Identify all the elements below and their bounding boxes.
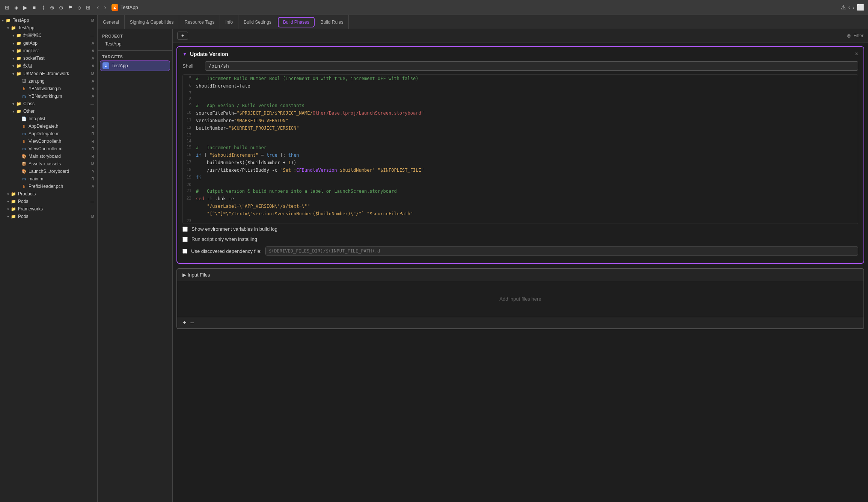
- run-icon[interactable]: ▶: [22, 4, 29, 11]
- sidebar-item-zan.png[interactable]: 🖼zan.pngA: [0, 77, 97, 85]
- search-icon[interactable]: ⊙: [58, 4, 65, 11]
- input-files-footer: + −: [177, 317, 863, 328]
- sidebar-item-class[interactable]: ▾📁Class—: [0, 100, 97, 107]
- app-title-label: TestApp: [121, 5, 138, 10]
- tree-item-label: Pods: [18, 214, 91, 219]
- sidebar-item-testapp[interactable]: ▾📁TestApp: [0, 24, 97, 32]
- tree-arrow-icon: ▾: [5, 192, 11, 196]
- dep-file-input[interactable]: [265, 246, 858, 256]
- chevron-right-icon[interactable]: ›: [853, 4, 854, 11]
- tree-file-icon: m: [21, 131, 27, 137]
- tree-item-label: 数组: [23, 63, 92, 69]
- code-line: 12buildNumber="$CURRENT_PROJECT_VERSION": [183, 124, 858, 132]
- shell-input[interactable]: [205, 61, 858, 71]
- tab-signing[interactable]: Signing & Capabilities: [125, 15, 179, 29]
- tab-resource_tags[interactable]: Resource Tags: [179, 15, 220, 29]
- panel-layout-icon[interactable]: ⬜: [857, 4, 864, 11]
- tab-build_phases[interactable]: Build Phases: [278, 17, 315, 27]
- sidebar-item-appdelegate.m[interactable]: mAppDelegate.mR: [0, 130, 97, 138]
- add-input-file-button[interactable]: +: [182, 319, 187, 326]
- tree-arrow-icon: ▾: [5, 200, 11, 204]
- sidebar-item-imgtest[interactable]: ▾📁imgTestA: [0, 47, 97, 54]
- grid-icon[interactable]: ⊞: [85, 4, 92, 11]
- tree-item-badge: A: [92, 79, 97, 83]
- nav-item-project[interactable]: TestApp: [98, 40, 172, 48]
- tree-file-icon: 📁: [16, 71, 22, 77]
- sidebar-item-数组[interactable]: ▾📁数组A: [0, 62, 97, 70]
- add-phase-button[interactable]: +: [177, 32, 188, 40]
- remove-input-file-button[interactable]: −: [190, 319, 194, 326]
- checkbox-dep[interactable]: [182, 249, 187, 254]
- tab-general[interactable]: General: [98, 15, 125, 29]
- tab-build_settings[interactable]: Build Settings: [238, 15, 277, 29]
- tab-info[interactable]: Info: [220, 15, 238, 29]
- sidebar-item-prefixheader.pch[interactable]: hPrefixHeader.pchA: [0, 183, 97, 190]
- scheme-icon[interactable]: ⟩: [40, 4, 47, 11]
- app-title-area: Z TestApp: [112, 4, 138, 11]
- line-number: 21: [183, 188, 196, 193]
- toolbar: ⊞ ◈ ▶ ■ ⟩ ⊕ ⊙ ⚑ ◇ ⊞ ‹ › Z TestApp ⚠ ‹ › …: [0, 0, 868, 15]
- tab-build_rules[interactable]: Build Rules: [315, 15, 349, 29]
- sidebar-item-ybnetworking.m[interactable]: mYBNetworking.mA: [0, 92, 97, 100]
- sidebar-item-other[interactable]: ▾📁Other: [0, 107, 97, 115]
- checkbox-script[interactable]: [182, 237, 188, 242]
- phase-close-button[interactable]: ×: [855, 51, 858, 57]
- sidebar-item-sockettest[interactable]: ▾📁socketTestA: [0, 54, 97, 62]
- stop-icon[interactable]: ■: [31, 4, 38, 11]
- input-files-header[interactable]: ▶ Input Files: [177, 269, 863, 281]
- code-line: 20: [183, 181, 858, 187]
- code-line: 15# Increment build number: [183, 144, 858, 151]
- tree-file-icon: 🎨: [21, 153, 27, 159]
- code-editor[interactable]: 5# Increment Build Number Bool (Incremen…: [182, 74, 858, 224]
- sidebar-item-products[interactable]: ▾📁Products: [0, 190, 97, 198]
- tree-arrow-icon: ▾: [5, 207, 11, 211]
- line-number: 20: [183, 182, 196, 187]
- diamond-icon[interactable]: ◇: [76, 4, 83, 11]
- sidebar-toggle-icon[interactable]: ⊞: [4, 4, 11, 11]
- chevron-left-icon[interactable]: ‹: [848, 4, 850, 11]
- sidebar-item-viewcontroller.h[interactable]: hViewController.hR: [0, 138, 97, 145]
- sidebar-item-pods[interactable]: ▾📁PodsM: [0, 213, 97, 220]
- sidebar-item-约束测试[interactable]: ▾📁约束测试—: [0, 32, 97, 39]
- sidebar-item-frameworks[interactable]: ▾📁Frameworks: [0, 205, 97, 213]
- line-number: 22: [183, 195, 196, 201]
- nav-item-target[interactable]: Z TestApp: [100, 60, 170, 71]
- tree-item-label: TestApp: [18, 25, 94, 30]
- sidebar-item-appdelegate.h[interactable]: hAppDelegate.hR: [0, 122, 97, 130]
- tree-item-label: Products: [18, 191, 94, 197]
- line-number: 11: [183, 117, 196, 122]
- checkbox-env[interactable]: [182, 227, 188, 232]
- line-content: sed -i .bak -e: [196, 195, 858, 202]
- sidebar-item-getapp[interactable]: ▾📁getAppA: [0, 39, 97, 47]
- sidebar-item-viewcontroller.m[interactable]: mViewController.mR: [0, 145, 97, 153]
- device-icon[interactable]: ⊕: [49, 4, 56, 11]
- tree-item-badge: M: [91, 162, 97, 166]
- sidebar-item-main.m[interactable]: mmain.mR: [0, 175, 97, 183]
- code-line: 17 buildNumber=$(($buildNumber + 1)): [183, 159, 858, 166]
- code-line: 7: [183, 90, 858, 96]
- breakpoint-icon[interactable]: ◈: [13, 4, 20, 11]
- sidebar-item-testapp[interactable]: ▾📁TestAppM: [0, 17, 97, 24]
- sidebar-item-main.storyboard[interactable]: 🎨Main.storyboardR: [0, 153, 97, 160]
- flag-icon[interactable]: ⚑: [67, 4, 74, 11]
- tree-item-label: PrefixHeader.pch: [29, 184, 92, 189]
- tree-item-badge: A: [92, 49, 97, 53]
- dep-file-label: Use discovered dependency file:: [191, 248, 262, 254]
- phase-header[interactable]: ▼ Update Version ×: [177, 47, 863, 61]
- sidebar-item-assets.xcassets[interactable]: 📦Assets.xcassetsM: [0, 160, 97, 168]
- tree-item-label: TestApp: [13, 18, 91, 23]
- tree-arrow-icon: ▾: [11, 49, 16, 53]
- line-content: fi: [196, 174, 858, 181]
- nav-forward-button[interactable]: ›: [102, 3, 108, 12]
- sidebar-item-launchs...toryboard[interactable]: 🎨LaunchS...toryboard?: [0, 168, 97, 175]
- code-line: "/userLabel=\"APP_VERSION\"/s/text=\"": [183, 203, 858, 210]
- tree-item-label: imgTest: [23, 48, 92, 53]
- tree-file-icon: m: [21, 176, 27, 182]
- line-number: 15: [183, 144, 196, 150]
- sidebar-item-ybnetworking.h[interactable]: hYBNetworking.hA: [0, 85, 97, 92]
- nav-back-button[interactable]: ‹: [95, 3, 101, 12]
- sidebar-item-pods[interactable]: ▾📁Pods—: [0, 198, 97, 205]
- tree-item-label: ViewController.m: [29, 146, 92, 151]
- sidebar-item-info.plist[interactable]: 📄Info.plistR: [0, 115, 97, 122]
- sidebar-item-ijkmediaf...framework[interactable]: ▾📁IJKMediaF...frameworkM: [0, 70, 97, 77]
